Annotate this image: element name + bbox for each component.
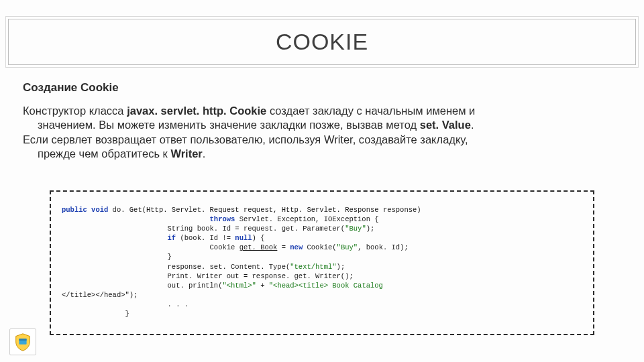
text: значением. Вы можете изменить значение з… — [38, 119, 420, 131]
code-text: response. set. Content. Type( — [62, 263, 290, 271]
paragraph-1: Конструктор класса javax. servlet. http.… — [23, 104, 621, 131]
code-text: (book. Id != — [176, 234, 235, 242]
code-text: + — [256, 282, 269, 290]
underlined: get. Book — [239, 243, 278, 251]
code-text: . . . — [62, 300, 189, 308]
svg-rect-1 — [19, 339, 26, 341]
subheading: Создание Cookie — [23, 81, 621, 95]
code-text: Print. Writer out = response. get. Write… — [62, 272, 354, 280]
code-text: Cookie — [62, 243, 239, 251]
text-bold: set. Value — [420, 119, 471, 131]
text: Конструктор класса — [23, 105, 127, 117]
content-area: Создание Cookie Конструктор класса javax… — [0, 65, 644, 335]
code-block: public void do. Get(Http. Servlet. Reque… — [50, 190, 594, 335]
kw: throws — [62, 215, 235, 223]
string: "<html>" — [222, 282, 256, 290]
code-text: ); — [366, 225, 375, 233]
code-text: do. Get(Http. Servlet. Request request, … — [108, 206, 421, 214]
text: Если сервлет возвращает ответ пользовате… — [23, 133, 468, 145]
text: создает закладу с начальным именем и — [266, 105, 475, 117]
code-text: ) { — [252, 234, 265, 242]
code-text: String book. Id = request. get. Paramete… — [62, 225, 345, 233]
code-text: = — [277, 243, 290, 251]
string: "Buy" — [345, 225, 366, 233]
logo-badge — [9, 328, 36, 355]
code-text: </title></head>"); — [62, 291, 138, 299]
string: "<head><title> Book Catalog — [269, 282, 383, 290]
text: . — [471, 119, 474, 131]
code-text: ); — [337, 263, 345, 271]
page-title: COOKIE — [9, 29, 635, 55]
kw: new — [290, 243, 303, 251]
text-bold: javax. servlet. http. Cookie — [127, 105, 266, 117]
text: прежде чем обратитесь к — [38, 147, 170, 160]
text-bold: Writer — [170, 147, 202, 160]
string: "Buy" — [337, 243, 358, 251]
code-text: } — [62, 310, 129, 318]
code-text: out. println( — [62, 282, 222, 290]
paragraph-2: Если сервлет возвращает ответ пользовате… — [23, 133, 621, 160]
text: . — [203, 147, 206, 160]
kw: public void — [62, 206, 108, 214]
code-text: } — [62, 253, 172, 261]
code-text: , book. Id); — [358, 243, 409, 251]
kw: if — [62, 234, 176, 242]
code-text: Cookie( — [303, 243, 336, 251]
kw: null — [235, 234, 252, 242]
code-text: Servlet. Exception, IOException { — [235, 215, 378, 223]
shield-book-icon — [13, 332, 33, 352]
string: "text/html" — [290, 263, 336, 271]
title-bar: COOKIE — [8, 19, 636, 65]
